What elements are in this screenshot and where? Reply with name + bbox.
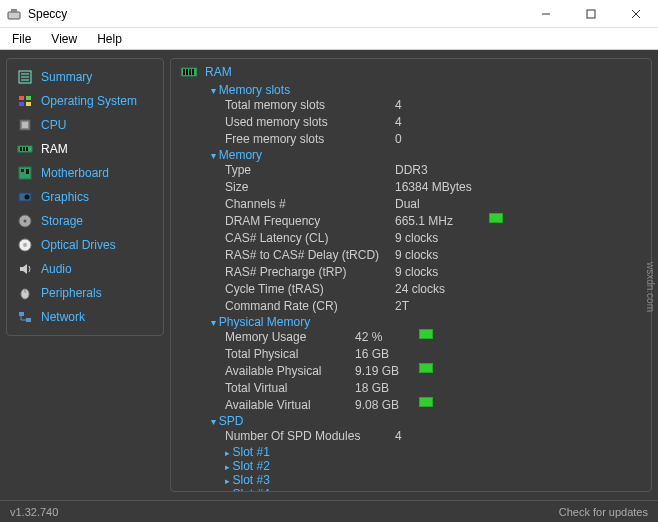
svg-point-24	[25, 195, 30, 200]
svg-rect-1	[11, 9, 17, 12]
row-type: TypeDDR3	[225, 162, 641, 179]
sidebar-item-audio[interactable]: Audio	[11, 257, 159, 281]
section-title-spd[interactable]: SPD	[211, 414, 641, 428]
page-header: RAM	[181, 65, 641, 79]
row-avail-phys: Available Physical9.19 GB	[225, 363, 641, 380]
storage-icon	[17, 213, 33, 229]
sidebar-label: Audio	[41, 262, 72, 276]
svg-rect-0	[8, 12, 20, 19]
sidebar-label: CPU	[41, 118, 66, 132]
window-title: Speccy	[28, 7, 523, 21]
label: Used memory slots	[225, 114, 395, 131]
sidebar-item-motherboard[interactable]: Motherboard	[11, 161, 159, 185]
sidebar-item-storage[interactable]: Storage	[11, 209, 159, 233]
row-trcd: RAS# to CAS# Delay (tRCD)9 clocks	[225, 247, 641, 264]
label: Total Physical	[225, 346, 355, 363]
row-spd-count: Number Of SPD Modules4	[225, 428, 641, 445]
summary-icon	[17, 69, 33, 85]
sidebar-item-os[interactable]: Operating System	[11, 89, 159, 113]
indicator-icon	[419, 397, 433, 407]
row-cr: Command Rate (CR)2T	[225, 298, 641, 315]
row-total-phys: Total Physical16 GB	[225, 346, 641, 363]
value: 9.19 GB	[355, 363, 415, 380]
svg-rect-39	[189, 69, 191, 75]
section-title-physical[interactable]: Physical Memory	[211, 315, 641, 329]
close-button[interactable]	[613, 0, 658, 28]
spd-slot-link[interactable]: Slot #2	[225, 459, 641, 473]
svg-rect-10	[19, 96, 24, 100]
row-used-slots: Used memory slots4	[225, 114, 641, 131]
os-icon	[17, 93, 33, 109]
menu-help[interactable]: Help	[89, 30, 130, 48]
section-title-memory-slots[interactable]: Memory slots	[211, 83, 641, 97]
spd-slot-link[interactable]: Slot #3	[225, 473, 641, 487]
row-cas: CAS# Latency (CL)9 clocks	[225, 230, 641, 247]
value: 4	[395, 114, 485, 131]
watermark: wsxdn.com	[643, 260, 658, 314]
menu-view[interactable]: View	[43, 30, 85, 48]
sidebar-item-optical[interactable]: Optical Drives	[11, 233, 159, 257]
main-area: RAM Memory slots Total memory slots4 Use…	[170, 50, 658, 500]
spd-slot-link[interactable]: Slot #1	[225, 445, 641, 459]
svg-marker-29	[20, 264, 27, 274]
sidebar-label: Operating System	[41, 94, 137, 108]
row-size: Size16384 MBytes	[225, 179, 641, 196]
sidebar-item-ram[interactable]: RAM	[11, 137, 159, 161]
svg-rect-19	[26, 147, 28, 151]
label: Available Physical	[225, 363, 355, 380]
row-avail-virt: Available Virtual9.08 GB	[225, 397, 641, 414]
value: 18 GB	[355, 380, 415, 397]
label: Total memory slots	[225, 97, 395, 114]
sidebar: Summary Operating System CPU RAM Motherb…	[0, 50, 170, 500]
value: 2T	[395, 298, 485, 315]
spd-slot-link[interactable]: Slot #4	[225, 487, 641, 492]
value: 16 GB	[355, 346, 415, 363]
section-title-memory[interactable]: Memory	[211, 148, 641, 162]
svg-rect-33	[26, 318, 31, 322]
svg-point-26	[24, 220, 27, 223]
value: 24 clocks	[395, 281, 485, 298]
label: Total Virtual	[225, 380, 355, 397]
label: Command Rate (CR)	[225, 298, 395, 315]
page-title: RAM	[205, 65, 232, 79]
row-tras: Cycle Time (tRAS)24 clocks	[225, 281, 641, 298]
svg-rect-13	[26, 102, 31, 106]
sidebar-item-graphics[interactable]: Graphics	[11, 185, 159, 209]
svg-rect-18	[23, 147, 25, 151]
section-memory-slots: Memory slots Total memory slots4 Used me…	[211, 83, 641, 148]
row-trp: RAS# Precharge (tRP)9 clocks	[225, 264, 641, 281]
check-updates-link[interactable]: Check for updates	[559, 506, 648, 518]
row-total-slots: Total memory slots4	[225, 97, 641, 114]
main-panel: RAM Memory slots Total memory slots4 Use…	[170, 58, 652, 492]
value: 4	[395, 428, 485, 445]
sidebar-label: Motherboard	[41, 166, 109, 180]
sidebar-item-cpu[interactable]: CPU	[11, 113, 159, 137]
label: Number Of SPD Modules	[225, 428, 395, 445]
indicator-icon	[419, 329, 433, 339]
motherboard-icon	[17, 165, 33, 181]
row-free-slots: Free memory slots0	[225, 131, 641, 148]
maximize-button[interactable]	[568, 0, 613, 28]
indicator-icon	[489, 213, 503, 223]
row-total-virt: Total Virtual18 GB	[225, 380, 641, 397]
row-usage: Memory Usage42 %	[225, 329, 641, 346]
label: Memory Usage	[225, 329, 355, 346]
label: DRAM Frequency	[225, 213, 395, 230]
menu-file[interactable]: File	[4, 30, 39, 48]
value: 665.1 MHz	[395, 213, 485, 230]
label: RAS# to CAS# Delay (tRCD)	[225, 247, 395, 264]
sidebar-label: Peripherals	[41, 286, 102, 300]
sidebar-item-network[interactable]: Network	[11, 305, 159, 329]
svg-point-28	[23, 243, 27, 247]
indicator-icon	[419, 363, 433, 373]
svg-rect-32	[19, 312, 24, 316]
titlebar: Speccy	[0, 0, 658, 28]
ram-icon	[17, 141, 33, 157]
minimize-button[interactable]	[523, 0, 568, 28]
svg-rect-3	[587, 10, 595, 18]
section-spd: SPD Number Of SPD Modules4 Slot #1 Slot …	[211, 414, 641, 492]
sidebar-item-summary[interactable]: Summary	[11, 65, 159, 89]
svg-rect-40	[192, 69, 194, 75]
optical-icon	[17, 237, 33, 253]
sidebar-item-peripherals[interactable]: Peripherals	[11, 281, 159, 305]
